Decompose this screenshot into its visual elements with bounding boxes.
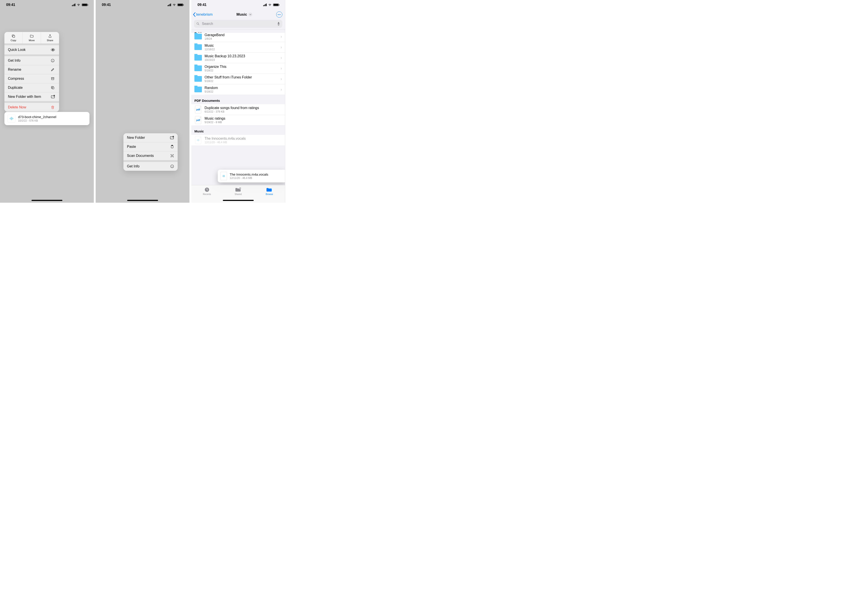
- folder-date: 1/8/24: [205, 37, 277, 40]
- clock-icon: [204, 187, 210, 192]
- share-label: Share: [47, 39, 53, 42]
- nav-bar: tenebrism Music •••: [191, 10, 285, 19]
- file-name: Music ratings: [205, 116, 282, 121]
- compress-label: Compress: [8, 77, 24, 81]
- file-name: The Innocents.m4a.vocals: [205, 137, 282, 141]
- status-bar: 09:41: [191, 0, 285, 10]
- copy-icon: [11, 34, 16, 38]
- svg-rect-6: [10, 118, 10, 119]
- nav-title-label: Music: [236, 13, 247, 17]
- copy-button[interactable]: Copy: [5, 32, 23, 43]
- more-options-button[interactable]: •••: [276, 11, 282, 17]
- file-meta: 12/11/20 - 46.4 MB: [205, 141, 282, 144]
- folders-list[interactable]: GarageBand 1/8/24 › Music 12/16/22 › Mus…: [191, 33, 285, 95]
- music-section-header: Music: [191, 125, 285, 135]
- battery-icon: [82, 3, 88, 6]
- archive-icon: [51, 77, 55, 81]
- pencil-icon: [51, 68, 55, 72]
- delete-now-item[interactable]: Delete Now: [5, 103, 59, 112]
- file-context-menu: Copy Move Share Quick Look: [5, 32, 59, 112]
- chevron-down-icon: [249, 13, 252, 17]
- folder-row[interactable]: GarageBand 1/8/24 ›: [191, 33, 285, 42]
- pdf-file-icon: pdf: [194, 106, 202, 113]
- selected-file-card[interactable]: d73-boot-chime_2channel 10/2/22 - 576 KB: [5, 112, 90, 125]
- paste-item[interactable]: Paste: [123, 142, 178, 151]
- eye-icon: [51, 47, 55, 52]
- folder-icon: [266, 187, 273, 192]
- audio-file-icon: [8, 115, 16, 123]
- get-info-item[interactable]: Get Info: [123, 162, 178, 171]
- home-indicator[interactable]: [127, 200, 158, 201]
- home-indicator[interactable]: [223, 200, 254, 201]
- compress-item[interactable]: Compress: [5, 74, 59, 83]
- pdf-list[interactable]: pdf Duplicate songs found from ratings 6…: [191, 104, 285, 125]
- folder-name: Random: [205, 86, 277, 90]
- wifi-icon: [172, 3, 176, 6]
- search-input[interactable]: [201, 22, 275, 26]
- folder-row[interactable]: Organize This 5/18/22 ›: [191, 63, 285, 74]
- folder-date: 5/18/22: [205, 90, 277, 93]
- share-button[interactable]: Share: [41, 32, 59, 43]
- nav-title[interactable]: Music: [236, 13, 252, 17]
- svg-rect-14: [172, 155, 173, 156]
- battery-icon: [178, 3, 183, 6]
- clipboard-icon: [170, 145, 174, 149]
- new-folder-item[interactable]: New Folder: [123, 133, 178, 142]
- file-meta: 5/19/22 - 8 MB: [205, 121, 282, 124]
- folder-name: GarageBand: [205, 33, 277, 37]
- search-bar[interactable]: [194, 20, 282, 28]
- file-row[interactable]: pdf Duplicate songs found from ratings 6…: [191, 104, 285, 115]
- rename-item[interactable]: Rename: [5, 65, 59, 74]
- quick-look-item[interactable]: Quick Look: [5, 45, 59, 54]
- microphone-icon[interactable]: [277, 22, 280, 26]
- status-indicators: [167, 3, 183, 6]
- dragged-file-card[interactable]: The Innocents.m4a.vocals 12/11/20 - 46.4…: [218, 170, 285, 182]
- get-info-label: Get Info: [8, 59, 20, 63]
- file-row[interactable]: pdf Music ratings 5/19/22 - 8 MB: [191, 115, 285, 125]
- svg-rect-7: [10, 118, 11, 119]
- info-icon: [51, 59, 55, 63]
- duplicate-label: Duplicate: [8, 86, 23, 90]
- folder-icon: [194, 33, 202, 40]
- folder-date: 12/16/22: [205, 48, 277, 51]
- shared-folder-icon: [235, 187, 242, 192]
- music-list[interactable]: The Innocents.m4a.vocals 12/11/20 - 46.4…: [191, 135, 285, 145]
- status-bar: 09:41: [96, 0, 189, 10]
- home-indicator[interactable]: [31, 200, 62, 201]
- folder-row[interactable]: Music 12/16/22 ›: [191, 42, 285, 52]
- svg-rect-24: [224, 175, 224, 178]
- file-name: Duplicate songs found from ratings: [205, 106, 282, 110]
- rename-label: Rename: [8, 68, 21, 72]
- copy-label: Copy: [11, 39, 16, 42]
- chevron-right-icon: ›: [280, 66, 282, 71]
- svg-rect-13: [172, 145, 173, 146]
- svg-point-16: [197, 23, 198, 24]
- cellular-icon: [72, 3, 76, 6]
- tab-browse[interactable]: Browse: [254, 187, 285, 203]
- folder-row[interactable]: Music Backup 10.23.2023 10/23/23 ›: [191, 52, 285, 63]
- tab-recents[interactable]: Recents: [191, 187, 223, 203]
- folder-plus-icon: [170, 136, 174, 140]
- duplicate-icon: [51, 86, 55, 90]
- folder-icon: [194, 54, 202, 61]
- svg-rect-9: [12, 118, 13, 119]
- folder-icon: [30, 34, 34, 38]
- search-icon: [196, 22, 200, 25]
- back-button[interactable]: tenebrism: [193, 12, 213, 17]
- empty-area-context-menu: New Folder Paste Scan Documents Get Info: [123, 133, 178, 171]
- audio-file-icon: [194, 137, 202, 144]
- move-button[interactable]: Move: [23, 32, 41, 43]
- new-folder-label: New Folder: [127, 136, 145, 140]
- pdf-section-header: PDF Documents: [191, 95, 285, 104]
- folder-row[interactable]: Other Stuff from iTunes Folder 5/18/22 ›: [191, 74, 285, 84]
- file-name: d73-boot-chime_2channel: [18, 115, 56, 119]
- folder-row[interactable]: Random 5/18/22 ›: [191, 84, 285, 95]
- audio-file-icon: [220, 172, 227, 180]
- file-row-ghost[interactable]: The Innocents.m4a.vocals 12/11/20 - 46.4…: [191, 135, 285, 145]
- duplicate-item[interactable]: Duplicate: [5, 83, 59, 92]
- svg-rect-17: [278, 22, 279, 24]
- new-folder-with-item[interactable]: New Folder with Item: [5, 92, 59, 101]
- get-info-item[interactable]: Get Info: [5, 56, 59, 65]
- scan-documents-item[interactable]: Scan Documents: [123, 151, 178, 160]
- cellular-icon: [263, 3, 267, 6]
